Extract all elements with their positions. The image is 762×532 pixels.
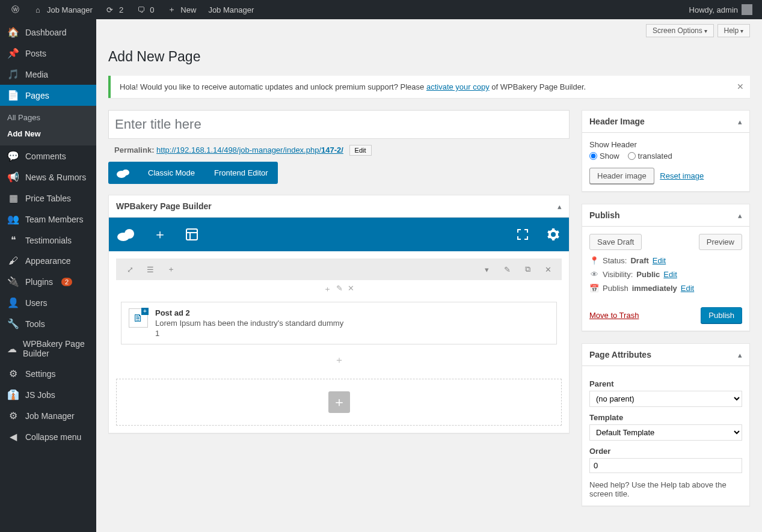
sidebar-item-users[interactable]: 👤Users [0, 292, 96, 313]
publish-box-toggle[interactable]: ▴ [738, 211, 742, 220]
reset-image-link[interactable]: Reset image [660, 171, 704, 180]
vc-panel-toggle[interactable]: ▴ [558, 202, 562, 211]
sidebar-item-dashboard[interactable]: 🏠Dashboard [0, 19, 96, 43]
vc-settings-button[interactable] [545, 226, 562, 243]
sidebar-item-js-jobs[interactable]: 👔JS Jobs [0, 384, 96, 405]
greeting: Howdy, admin [689, 5, 738, 14]
sidebar-item-plugins[interactable]: 🔌Plugins2 [0, 271, 96, 292]
sidebar-item-news-rumors[interactable]: 📢News & Rumors [0, 167, 96, 188]
row-dropdown-icon[interactable]: ▾ [478, 261, 496, 278]
key-icon: 📍 [589, 256, 599, 265]
attrs-box-toggle[interactable]: ▴ [738, 350, 742, 359]
adminbar-comments[interactable]: 🗨0 [131, 0, 159, 19]
row-edit-icon[interactable]: ✎ [498, 261, 516, 278]
permalink-link[interactable]: http://192.168.1.14/498/job-manager/inde… [156, 145, 343, 154]
row-move-icon[interactable]: ⤢ [121, 261, 139, 278]
new-content[interactable]: ＋New [161, 0, 201, 19]
header-image-button[interactable]: Header image [589, 168, 654, 184]
edit-schedule-link[interactable]: Edit [681, 284, 694, 293]
add-row-button[interactable]: ＋ [328, 391, 350, 413]
frontend-editor-button[interactable]: Frontend Editor [204, 162, 278, 184]
user-menu[interactable]: Howdy, admin [684, 0, 757, 19]
vc-logo-icon [108, 164, 138, 183]
submenu-all-pages[interactable]: All Pages [0, 109, 96, 126]
header-box-toggle[interactable]: ▴ [738, 117, 742, 126]
sidebar-item-comments[interactable]: 💬Comments [0, 145, 96, 167]
edit-visibility-link[interactable]: Edit [663, 270, 677, 279]
site-name[interactable]: ⌂Job Manager [28, 0, 97, 19]
row-delete-icon[interactable]: ✕ [539, 261, 557, 278]
vc-empty-row: ＋ [116, 379, 562, 426]
vc-toolbar: ＋ [109, 218, 569, 251]
quote-icon: ❝ [7, 234, 19, 246]
sidebar-item-price-tables[interactable]: ▦Price Tables [0, 188, 96, 209]
vc-element-post-ad[interactable]: 🗎 Post ad 2 Lorem Ipsum has been the ind… [121, 302, 557, 344]
sidebar-item-wpbakery-page-builder[interactable]: ☁WPBakery Page Builder [0, 334, 96, 363]
pages-submenu: All PagesAdd New [0, 106, 96, 145]
column-add-button[interactable]: ＋ [109, 348, 569, 373]
parent-select[interactable]: (no parent) [589, 391, 742, 407]
updates[interactable]: ⟳2 [100, 0, 128, 19]
submenu-add-new[interactable]: Add New [0, 126, 96, 142]
element-extra: 1 [155, 329, 343, 338]
plus-icon: ＋ [166, 4, 177, 15]
row-columns-icon[interactable]: ☰ [141, 261, 159, 278]
admin-bar: ⓦ ⌂Job Manager ⟳2 🗨0 ＋New Job Manager Ho… [0, 0, 762, 19]
page-attributes-box: Page Attributes ▴ Parent (no parent) Tem… [582, 343, 750, 506]
activate-copy-link[interactable]: activate your copy [426, 82, 490, 91]
add-element-button[interactable]: ＋ [151, 223, 169, 246]
edit-status-link[interactable]: Edit [653, 256, 666, 265]
home-icon: ⌂ [32, 5, 43, 14]
adminbar-extra[interactable]: Job Manager [203, 0, 259, 19]
wp-logo[interactable]: ⓦ [5, 0, 25, 19]
updates-count: 2 [119, 5, 123, 14]
move-to-trash-link[interactable]: Move to Trash [589, 311, 639, 320]
sidebar-item-tools[interactable]: 🔧Tools [0, 313, 96, 334]
post-ad-icon: 🗎 [129, 308, 148, 328]
col-add-icon[interactable]: ＋ [324, 284, 331, 295]
sidebar-item-posts[interactable]: 📌Posts [0, 43, 96, 64]
permalink-edit-button[interactable]: Edit [349, 145, 372, 156]
parent-label: Parent [589, 379, 742, 388]
dismiss-button[interactable]: ✕ [737, 82, 744, 91]
publish-box: Publish ▴ Save Draft Preview 📍 Status: D… [582, 204, 750, 331]
fullscreen-button[interactable] [515, 227, 530, 242]
attrs-help-text: Need help? Use the Help tab above the sc… [589, 480, 742, 498]
sidebar-item-media[interactable]: 🎵Media [0, 64, 96, 85]
sidebar-item-job-manager[interactable]: ⚙Job Manager [0, 405, 96, 426]
gear-icon: ⚙ [7, 410, 19, 421]
row-add-icon[interactable]: ＋ [162, 261, 180, 278]
sidebar-item-settings[interactable]: ⚙Settings [0, 363, 96, 384]
show-radio[interactable] [589, 152, 597, 160]
new-label: New [180, 5, 196, 14]
wrench-icon: 🔧 [7, 318, 19, 329]
sidebar-item-pages[interactable]: 📄Pages [0, 85, 96, 106]
tie-icon: 👔 [7, 389, 19, 400]
templates-button[interactable] [183, 226, 200, 243]
vc-panel: WPBakery Page Builder ▴ ＋ [108, 195, 570, 433]
sidebar-item-team-members[interactable]: 👥Team Members [0, 209, 96, 230]
row-clone-icon[interactable]: ⧉ [518, 261, 536, 278]
schedule-row: 📅 Publish immediately Edit [589, 284, 742, 293]
help-button[interactable]: Help [717, 24, 750, 37]
permalink-row: Permalink: http://192.168.1.14/498/job-m… [108, 145, 570, 156]
col-delete-icon[interactable]: ✕ [348, 284, 354, 295]
translated-radio[interactable] [628, 152, 636, 160]
calendar-icon: 📅 [589, 284, 599, 293]
sidebar-item-testimonials[interactable]: ❝Testimonials [0, 230, 96, 251]
sidebar-item-appearance[interactable]: 🖌Appearance [0, 251, 96, 271]
title-input[interactable] [108, 110, 570, 139]
template-select[interactable]: Default Template [589, 424, 742, 441]
collapse-icon: ◀ [7, 431, 19, 442]
col-edit-icon[interactable]: ✎ [336, 284, 343, 295]
dashboard-icon: 🏠 [7, 26, 19, 38]
preview-button[interactable]: Preview [699, 234, 742, 250]
sidebar-item-collapse-menu[interactable]: ◀Collapse menu [0, 426, 96, 447]
order-input[interactable] [589, 458, 742, 473]
publish-button[interactable]: Publish [701, 307, 742, 323]
screen-options-button[interactable]: Screen Options [646, 24, 714, 37]
save-draft-button[interactable]: Save Draft [589, 234, 642, 250]
classic-mode-button[interactable]: Classic Mode [138, 162, 204, 184]
avatar [742, 4, 752, 15]
main-content: Screen Options Help Add New Page Hola! W… [96, 19, 762, 532]
